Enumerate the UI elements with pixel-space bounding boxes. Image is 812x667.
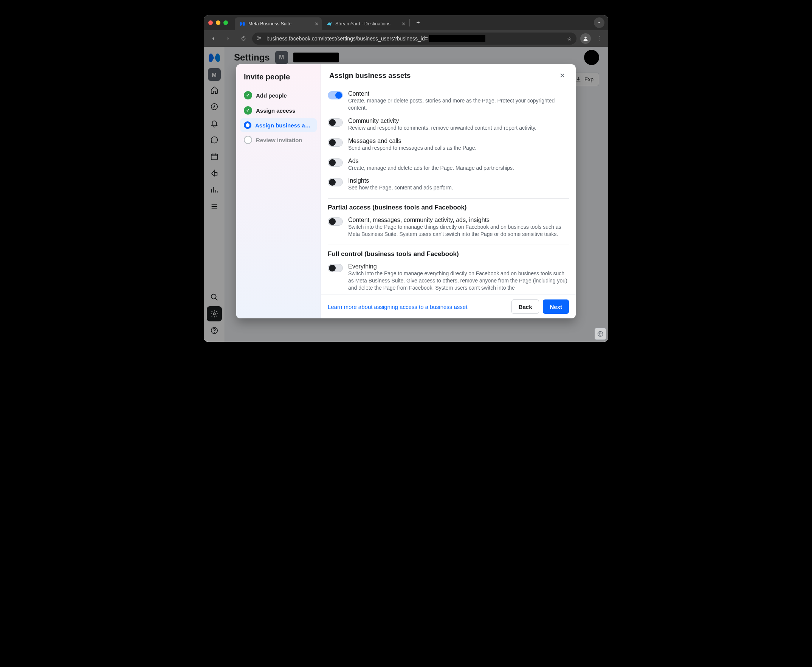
- toggle-full[interactable]: [328, 264, 343, 272]
- permission-desc: See how the Page, content and ads perfor…: [348, 184, 569, 191]
- permission-messages: Messages and callsSend and respond to me…: [328, 134, 569, 155]
- page-content: M: [204, 47, 608, 342]
- permission-desc: Create, manage or delete posts, stories …: [348, 97, 569, 111]
- permission-community: Community activityReview and respond to …: [328, 114, 569, 134]
- tab-title: StreamYard - Destinations: [335, 21, 391, 27]
- browser-window: Meta Business Suite ✕ StreamYard - Desti…: [204, 15, 608, 342]
- permission-title: Messages and calls: [348, 138, 569, 144]
- permission-desc: Create, manage and delete ads for the Pa…: [348, 164, 569, 172]
- modal-sidebar-title: Invite people: [240, 70, 317, 88]
- toggle-messages[interactable]: [328, 138, 343, 147]
- divider: [328, 245, 569, 245]
- permission-desc: Send and respond to messages and calls a…: [348, 144, 569, 152]
- pending-step-icon: [244, 136, 252, 144]
- minimize-window-button[interactable]: [216, 20, 220, 25]
- modal-header: Assign business assets ✕: [321, 64, 576, 85]
- tab-separator: [409, 19, 410, 27]
- close-tab-icon[interactable]: ✕: [401, 21, 406, 27]
- step-label: Assign access: [256, 107, 295, 114]
- modal-body[interactable]: ContentCreate, manage or delete posts, s…: [321, 85, 576, 295]
- section-title: Full control (business tools and Faceboo…: [328, 250, 569, 260]
- tab-streamyard[interactable]: StreamYard - Destinations ✕: [322, 17, 409, 30]
- svg-point-0: [585, 37, 586, 38]
- permission-desc: Switch into the Page to manage things di…: [348, 224, 569, 238]
- permission-title: Ads: [348, 158, 569, 164]
- step-2[interactable]: Assign business a…: [240, 118, 317, 132]
- toggle-community[interactable]: [328, 118, 343, 127]
- url-text: business.facebook.com/latest/settings/bu…: [267, 35, 563, 42]
- permission-title: Content: [348, 90, 569, 97]
- globe-icon[interactable]: [595, 328, 606, 340]
- permission-insights: InsightsSee how the Page, content and ad…: [328, 174, 569, 194]
- tabs-dropdown-button[interactable]: [594, 17, 605, 28]
- permission-ads: AdsCreate, manage and delete ads for the…: [328, 155, 569, 175]
- window-controls[interactable]: [208, 20, 235, 25]
- reload-button[interactable]: [237, 32, 250, 45]
- tab-title: Meta Business Suite: [249, 21, 292, 27]
- permission-desc: Switch into the Page to manage everythin…: [348, 270, 569, 292]
- next-button[interactable]: Next: [543, 299, 569, 314]
- permission-title: Everything: [348, 263, 569, 270]
- profile-button[interactable]: [580, 33, 591, 44]
- permission-partial: Content, messages, community activity, a…: [328, 214, 569, 241]
- redacted-id: [429, 35, 486, 42]
- close-tab-icon[interactable]: ✕: [315, 21, 319, 27]
- step-0[interactable]: ✓Add people: [240, 88, 317, 103]
- browser-chrome: Meta Business Suite ✕ StreamYard - Desti…: [204, 15, 608, 47]
- permission-title: Community activity: [348, 118, 569, 124]
- close-window-button[interactable]: [208, 20, 213, 25]
- step-3[interactable]: Review invitation: [240, 133, 317, 147]
- step-label: Add people: [256, 92, 287, 99]
- close-modal-button[interactable]: ✕: [557, 70, 567, 81]
- modal-steps-sidebar: Invite people ✓Add people✓Assign accessA…: [236, 64, 321, 319]
- maximize-window-button[interactable]: [224, 20, 228, 25]
- tab-meta-business-suite[interactable]: Meta Business Suite ✕: [235, 17, 322, 30]
- section-title: Partial access (business tools and Faceb…: [328, 204, 569, 214]
- back-button[interactable]: [207, 32, 220, 45]
- check-icon: ✓: [244, 106, 252, 114]
- forward-button[interactable]: [222, 32, 235, 45]
- learn-more-link[interactable]: Learn more about assigning access to a b…: [328, 304, 508, 310]
- browser-menu-button[interactable]: ⋮: [595, 33, 605, 44]
- bookmark-icon[interactable]: ☆: [567, 36, 572, 41]
- step-1[interactable]: ✓Assign access: [240, 103, 317, 118]
- toolbar: business.facebook.com/latest/settings/bu…: [204, 30, 608, 47]
- permission-content: ContentCreate, manage or delete posts, s…: [328, 87, 569, 114]
- toggle-ads[interactable]: [328, 158, 343, 167]
- permission-title: Insights: [348, 178, 569, 184]
- permission-title: Content, messages, community activity, a…: [348, 217, 569, 224]
- check-icon: ✓: [244, 91, 252, 100]
- divider: [328, 198, 569, 199]
- step-label: Review invitation: [256, 137, 302, 143]
- invite-people-modal: Invite people ✓Add people✓Assign accessA…: [236, 64, 576, 319]
- step-label: Assign business a…: [255, 122, 311, 129]
- modal-footer: Learn more about assigning access to a b…: [321, 295, 576, 319]
- streamyard-favicon: [326, 21, 332, 27]
- address-bar[interactable]: business.facebook.com/latest/settings/bu…: [252, 33, 577, 45]
- permission-desc: Review and respond to comments, remove u…: [348, 124, 569, 131]
- toggle-content[interactable]: [328, 91, 343, 100]
- tab-strip: Meta Business Suite ✕ StreamYard - Desti…: [204, 15, 608, 30]
- site-info-icon[interactable]: [257, 35, 263, 42]
- toggle-insights[interactable]: [328, 178, 343, 186]
- toggle-partial[interactable]: [328, 217, 343, 226]
- permission-full: EverythingSwitch into the Page to manage…: [328, 260, 569, 295]
- modal-main: Assign business assets ✕ ContentCreate, …: [321, 64, 576, 319]
- back-button[interactable]: Back: [512, 299, 539, 314]
- modal-title: Assign business assets: [329, 71, 411, 80]
- meta-favicon: [239, 21, 245, 27]
- current-step-icon: [244, 121, 251, 129]
- new-tab-button[interactable]: +: [413, 17, 423, 28]
